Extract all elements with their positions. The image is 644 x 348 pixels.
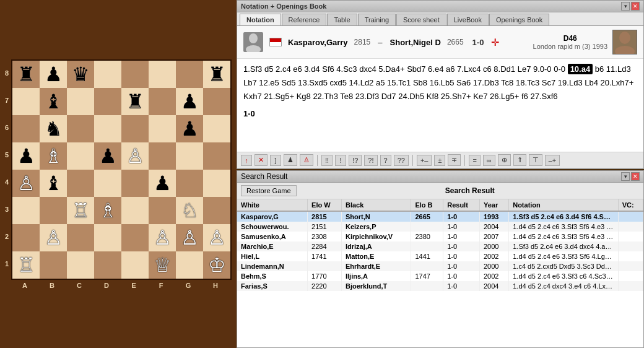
restore-game-button[interactable]: Restore Game [241,185,297,196]
table-row[interactable]: Behm,S1770Iljins,A17471-020021.d4 d5 2.c… [237,271,643,281]
plus-minus-btn[interactable]: +– [417,155,432,166]
square-e3[interactable] [121,197,149,224]
table-row[interactable]: Marchio,E2284Idrizaj,A1-020001.Sf3 d5 2.… [237,241,643,251]
tab-notation[interactable]: Notation [240,14,281,25]
minimize-button[interactable]: ▾ [621,2,630,11]
square-c4[interactable] [67,170,94,197]
col-vc[interactable]: VC: [618,199,643,211]
square-e8[interactable] [121,61,149,88]
square-h4[interactable] [203,170,230,197]
black-figure-btn[interactable]: ♟ [284,154,297,166]
square-c2[interactable] [67,224,94,251]
square-e7[interactable]: ♜ [121,88,149,115]
square-d5[interactable]: ♟ [94,142,121,170]
square-d7[interactable] [94,88,121,115]
square-d4[interactable] [94,170,121,197]
square-d3[interactable]: ♗ [94,197,121,224]
moves-area[interactable]: 1.Sf3 d5 2.c4 e6 3.d4 Sf6 4.Sc3 dxc4 5.D… [237,59,643,152]
square-f8[interactable] [149,61,176,88]
square-b3[interactable] [40,197,67,224]
square-d6[interactable] [94,115,121,142]
close-search-btn[interactable]: ✕ [631,172,640,181]
dubious-btn[interactable]: ?! [364,155,377,166]
col-notation[interactable]: Notation [509,199,618,211]
square-d2[interactable] [94,224,121,251]
square-a2[interactable] [12,224,40,251]
square-d1[interactable] [94,251,121,279]
square-c3[interactable]: ♖ [67,197,94,224]
square-a7[interactable] [12,88,40,115]
square-a8[interactable]: ♜ [12,61,40,88]
mistake-btn[interactable]: ? [380,155,391,166]
square-g6[interactable]: ♟ [176,115,203,142]
close-notation-button[interactable]: ✕ [631,2,640,11]
square-h5[interactable] [203,142,230,170]
square-g1[interactable] [176,251,203,279]
tab-reference[interactable]: Reference [282,14,327,25]
blunder-btn[interactable]: ?? [394,155,409,166]
col-year[interactable]: Year [479,199,508,211]
square-f1[interactable]: ♕ [149,251,176,279]
square-c1[interactable] [67,251,94,279]
space-btn[interactable]: ⊤ [529,154,542,166]
interesting-btn[interactable]: !? [349,155,362,166]
col-elo-w[interactable]: Elo W [308,199,342,211]
search-dropdown-btn[interactable]: ▾ [621,172,630,181]
square-h2[interactable]: ♙ [203,224,230,251]
square-g8[interactable] [176,61,203,88]
good-btn[interactable]: ! [335,155,346,166]
delete-btn[interactable]: ✕ [255,154,268,166]
square-b8[interactable]: ♟ [40,61,67,88]
square-f7[interactable] [149,88,176,115]
square-b7[interactable]: ♝ [40,88,67,115]
square-e4[interactable] [121,170,149,197]
square-a5[interactable]: ♟ [12,142,40,170]
square-e2[interactable] [121,224,149,251]
table-row[interactable]: Hiel,L1741Matton,E14411-020021.d4 d5 2.c… [237,251,643,261]
square-b4[interactable]: ♝ [40,170,67,197]
square-c5[interactable] [67,142,94,170]
tab-training[interactable]: Training [358,14,396,25]
white-better-btn[interactable]: ± [434,155,445,166]
square-f3[interactable] [149,197,176,224]
highlighted-move[interactable]: 10.a4 [568,64,593,74]
square-a3[interactable] [12,197,40,224]
tab-openings-book[interactable]: Openings Book [489,14,549,25]
square-b6[interactable]: ♞ [40,115,67,142]
col-black[interactable]: Black [341,199,411,211]
unclear-btn[interactable]: ∞ [483,155,495,166]
results-table[interactable]: White Elo W Black Elo B Result Year Nota… [237,199,643,347]
square-h3[interactable] [203,197,230,224]
minus-plus-btn[interactable]: –+ [545,155,560,166]
tab-score-sheet[interactable]: Score sheet [396,14,446,25]
square-f4[interactable]: ♟ [149,170,176,197]
first-move-btn[interactable]: ↑ [241,155,252,166]
square-e5[interactable]: ♙ [121,142,149,170]
equal-btn[interactable]: = [469,155,480,166]
chess-board[interactable]: ♜ ♟ ♛ ♜ ♝ ♜ ♟ ♞ [11,59,232,280]
square-g4[interactable] [176,170,203,197]
square-h8[interactable]: ♜ [203,61,230,88]
table-row[interactable]: Samusenko,A2308Kirpichnikov,V23801-02007… [237,232,643,241]
excellent-btn[interactable]: !! [321,155,333,166]
square-h1[interactable]: ♔ [203,251,230,279]
square-a4[interactable]: ♙ [12,170,40,197]
square-b5[interactable]: ♗ [40,142,67,170]
square-g5[interactable] [176,142,203,170]
col-result[interactable]: Result [443,199,480,211]
square-g2[interactable]: ♙ [176,224,203,251]
square-e1[interactable] [121,251,149,279]
square-c8[interactable]: ♛ [67,61,94,88]
square-c7[interactable] [67,88,94,115]
col-white[interactable]: White [237,199,308,211]
white-figure-btn[interactable]: ♙ [300,154,313,166]
table-row[interactable]: Farias,S2220Bjoerklund,T1-020041.d4 d5 2… [237,281,643,291]
square-d8[interactable] [94,61,121,88]
col-elo-b[interactable]: Elo B [411,199,443,211]
square-b1[interactable] [40,251,67,279]
square-f2[interactable]: ♙ [149,224,176,251]
square-g7[interactable]: ♟ [176,88,203,115]
end-bracket-btn[interactable]: ] [270,155,281,166]
square-e6[interactable] [121,115,149,142]
square-g3[interactable]: ♘ [176,197,203,224]
